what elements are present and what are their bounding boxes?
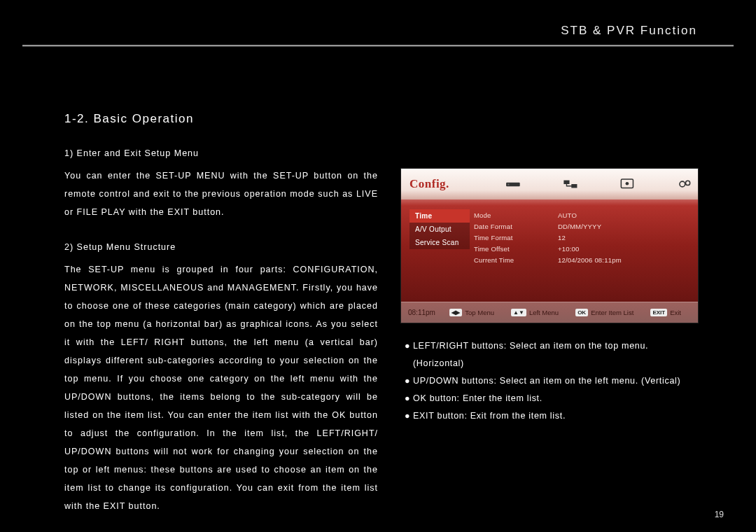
left-menu-item-time: Time	[410, 209, 470, 223]
hint-label: Exit	[670, 309, 681, 316]
bullet-text: EXIT button: Exit from the item list.	[413, 407, 566, 425]
screenshot-left-menu: Time A/V Output Service Scan	[410, 209, 470, 249]
setting-key: Mode	[474, 211, 558, 219]
subheading-1: 1) Enter and Exit Setup Menu	[64, 144, 378, 162]
right-column: Config. Time A/V Output Service Scan	[400, 168, 701, 425]
svg-point-7	[686, 181, 690, 185]
setting-value: DD/MM/YYYY	[558, 223, 691, 230]
svg-point-5	[626, 182, 629, 186]
section-title: 1-2. Basic Operation	[64, 112, 194, 126]
setting-key: Time Format	[474, 234, 558, 241]
left-column: 1) Enter and Exit Setup Menu You can ent…	[64, 144, 378, 532]
screenshot-top-bar: Config.	[401, 169, 698, 200]
bullet-text: LEFT/RIGHT buttons: Select an item on th…	[413, 337, 701, 372]
setting-row: Date FormatDD/MM/YYYY	[474, 220, 691, 232]
hint-enter: OK Enter Item List	[575, 309, 634, 316]
hint-top-menu: ◀▶ Top Menu	[449, 309, 494, 316]
setting-key: Date Format	[474, 223, 558, 230]
paragraph-2: The SET-UP menu is grouped in four parts…	[64, 260, 378, 515]
stb-device-icon	[505, 176, 521, 192]
bullet-text: OK button: Enter the item list.	[413, 390, 542, 407]
setting-row: ModeAUTO	[474, 209, 691, 220]
bullet-list: ●LEFT/RIGHT buttons: Select an item on t…	[400, 337, 701, 425]
setup-menu-screenshot: Config. Time A/V Output Service Scan	[400, 168, 699, 323]
setting-key: Current Time	[474, 256, 558, 264]
setting-key: Time Offset	[474, 245, 558, 253]
bullet-item: ●EXIT button: Exit from the item list.	[400, 407, 701, 425]
subheading-2: 2) Setup Menu Structure	[64, 238, 378, 256]
page-number: 19	[715, 510, 724, 519]
hint-label: Enter Item List	[591, 309, 634, 316]
gear-icon	[677, 176, 692, 192]
ok-badge-icon: OK	[575, 309, 588, 316]
hint-exit: EXIT Exit	[650, 309, 681, 316]
setting-row: Time Format12	[474, 232, 691, 243]
hint-label: Left Menu	[529, 309, 559, 316]
bullet-dot-icon: ●	[400, 407, 413, 425]
svg-rect-2	[564, 181, 569, 184]
svg-point-6	[680, 181, 685, 187]
left-menu-item-av-output: A/V Output	[410, 223, 470, 236]
setting-row: Time Offset+10:00	[474, 243, 691, 254]
setting-value: 12	[558, 234, 691, 241]
screenshot-item-list: ModeAUTO Date FormatDD/MM/YYYY Time Form…	[474, 209, 691, 265]
exit-badge-icon: EXIT	[650, 309, 667, 316]
setting-value: AUTO	[558, 211, 691, 219]
svg-rect-1	[507, 183, 509, 185]
paragraph-1: You can enter the SET-UP MENU with the S…	[64, 167, 378, 221]
bullet-dot-icon: ●	[400, 372, 413, 390]
header-rule-bottom	[22, 46, 734, 47]
bullet-item: ●UP/DOWN buttons: Select an item on the …	[400, 372, 701, 390]
bullet-item: ●OK button: Enter the item list.	[400, 390, 701, 407]
bullet-item: ●LEFT/RIGHT buttons: Select an item on t…	[400, 337, 701, 372]
screenshot-bottom-bar: 08:11pm ◀▶ Top Menu ▲▼ Left Menu OK Ente…	[401, 302, 698, 323]
network-icon	[563, 176, 578, 192]
up-down-badge-icon: ▲▼	[511, 309, 526, 316]
config-logo: Config.	[410, 177, 449, 191]
setting-row: Current Time12/04/2006 08:11pm	[474, 254, 691, 265]
setting-value: 12/04/2006 08:11pm	[558, 256, 691, 264]
bullet-dot-icon: ●	[400, 337, 413, 372]
hint-label: Top Menu	[465, 309, 494, 316]
bullet-text: UP/DOWN buttons: Select an item on the l…	[413, 372, 680, 390]
misc-icon	[620, 176, 635, 192]
page: STB & PVR Function 1-2. Basic Operation …	[0, 0, 756, 532]
clock-text: 08:11pm	[408, 309, 442, 316]
bullet-dot-icon: ●	[400, 390, 413, 407]
setting-value: +10:00	[558, 245, 691, 253]
header-title: STB & PVR Function	[561, 24, 697, 38]
hint-left-menu: ▲▼ Left Menu	[511, 309, 559, 316]
left-right-badge-icon: ◀▶	[449, 309, 462, 316]
left-menu-item-service-scan: Service Scan	[410, 236, 470, 249]
